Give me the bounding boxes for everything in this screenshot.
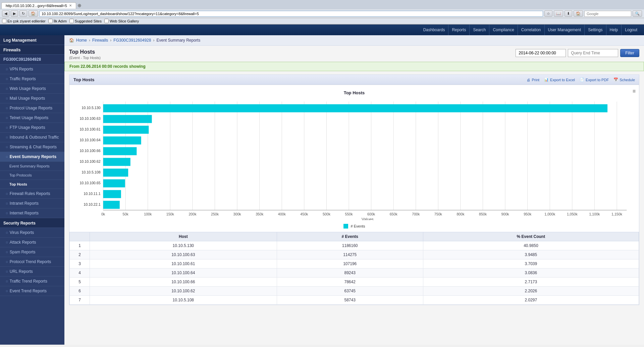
nav-compliance[interactable]: Compliance [489,24,518,35]
cell-events: 89243 [277,268,423,277]
export-pdf-button[interactable]: 📄 Export to PDF [580,78,609,82]
cell-num: 7 [70,295,90,304]
nav-search[interactable]: Search [470,24,489,35]
bar-chart: .bar { fill: #00ccdd; } .grid-line { str… [73,99,636,220]
sidebar-item-ftp-usage-reports[interactable]: □FTP Usage Reports [0,123,64,133]
export-excel-button[interactable]: 📊 Export to Excel [544,78,575,82]
sidebar-item-traffic-trend[interactable]: □Traffic Trend Reports [0,277,64,286]
cell-pct: 2.0297 [423,295,639,304]
breadcrumb-icon: 🏠 [69,38,74,43]
back-button[interactable]: ◀ [2,10,9,17]
sidebar-item-mail-usage-reports[interactable]: □Mail Usage Reports [0,94,64,103]
refresh-button[interactable]: ↻ [19,10,27,17]
svg-text:10.10.100.61: 10.10.100.61 [79,127,100,131]
sidebar-item-telnet-usage-reports[interactable]: □Telnet Usage Reports [0,113,64,123]
breadcrumb: 🏠 Home › Firewalls › FG300C3912604928 › … [64,35,644,46]
nav-help[interactable]: Help [606,24,622,35]
cell-num: 6 [70,286,90,295]
sidebar-device[interactable]: FG300C3912604928 [0,55,64,64]
svg-text:200k: 200k [189,212,197,216]
table-row: 6 10.10.100.62 63745 2.2026 [70,286,639,295]
browser-tab[interactable]: http://10.10.100.2...gory=8&firewall=5 ✕ [1,2,76,9]
schedule-button[interactable]: 📅 Schedule [613,78,635,82]
cell-events: 1186160 [277,241,423,250]
forward-button[interactable]: ▶ [11,10,18,17]
sidebar-item-streaming-chat[interactable]: □Streaming & Chat Reports [0,142,64,152]
bookmark-ilk-adim[interactable]: İlk Adım [48,19,67,23]
nav-dashboards[interactable]: Dashboards [420,24,449,35]
sidebar-item-top-hosts[interactable]: Top Hosts [0,180,64,189]
home-nav-button[interactable]: 🏠 [574,10,583,17]
sidebar-item-intranet-reports[interactable]: □Intranet Reports [0,199,64,208]
nav-correlation[interactable]: Correlation [518,24,545,35]
date-input[interactable] [516,49,566,57]
svg-text:700k: 700k [412,212,420,216]
cell-host: 10.10.5.130 [90,241,277,250]
svg-rect-43 [103,201,120,209]
sidebar-item-vpn-reports[interactable]: □VPN Reports [0,64,64,74]
svg-text:10.10.11.1: 10.10.11.1 [84,192,100,196]
table-row: 5 10.10.100.66 78642 2.7173 [70,277,639,286]
filter-button[interactable]: Filter [620,49,639,57]
bookmark-web-slice[interactable]: Web Slice Gallery [104,19,139,23]
sidebar-item-firewall-rules[interactable]: □Firewall Rules Reports [0,189,64,199]
nav-user-management[interactable]: User Management [545,24,585,35]
breadcrumb-device[interactable]: FG300C3912604928 [113,38,151,43]
bookmark-en-cok[interactable]: En çok ziyaret edilenler [2,19,46,23]
cell-events: 58743 [277,295,423,304]
sidebar-item-top-protocols[interactable]: Top Protocols [0,171,64,180]
cell-num: 1 [70,241,90,250]
tab-close-icon[interactable]: ✕ [69,4,72,7]
bookmark-button[interactable]: 📖 [554,10,563,17]
print-button[interactable]: 🖨 Print [527,78,539,82]
query-end-input[interactable] [568,49,618,57]
search-go-button[interactable]: 🔍 [633,10,642,17]
address-bar-input[interactable] [39,11,543,17]
sidebar-log-management[interactable]: Log Management [0,35,64,45]
svg-text:10.10.100.63: 10.10.100.63 [79,116,100,120]
sidebar-firewalls[interactable]: Firewalls [0,45,64,55]
sidebar-item-event-trend[interactable]: □Event Trend Reports [0,286,64,296]
chart-container: .bar { fill: #00ccdd; } .grid-line { str… [73,99,636,221]
app-wrapper: Dashboards Reports Search Compliance Cor… [0,24,644,345]
svg-rect-38 [103,147,137,155]
sidebar-item-protocol-trend[interactable]: □Protocol Trend Reports [0,257,64,267]
cell-host: 10.10.100.63 [90,250,277,259]
table-row: 3 10.10.100.61 107196 3.7039 [70,259,639,268]
chart-menu-icon[interactable]: ≡ [633,88,636,94]
sidebar-item-spam-reports[interactable]: □Spam Reports [0,247,64,257]
svg-text:10.10.100.65: 10.10.100.65 [79,181,100,185]
sidebar-item-attack-reports[interactable]: □Attack Reports [0,238,64,247]
breadcrumb-firewalls[interactable]: Firewalls [92,38,108,43]
sidebar-item-event-summary[interactable]: □Event Summary Reports [0,152,64,162]
sidebar-item-event-summary-sub[interactable]: Event Summary Reports [0,162,64,171]
sidebar-security-reports[interactable]: Security Reports [0,218,64,228]
svg-text:500k: 500k [323,212,331,216]
sidebar-item-internet-reports[interactable]: □Internet Reports [0,208,64,218]
sidebar-item-protocol-usage-reports[interactable]: □Protocol Usage Reports [0,103,64,113]
nav-settings[interactable]: Settings [585,24,606,35]
bookmark-suggested[interactable]: Suggested Sites [69,19,102,23]
nav-logout[interactable]: Logout [622,24,641,35]
sidebar-item-web-usage-reports[interactable]: □Web Usage Reports [0,84,64,94]
svg-text:10.10.5.130: 10.10.5.130 [82,106,100,110]
svg-rect-40 [103,168,128,177]
sidebar-item-inbound-outbound[interactable]: □Inbound & Outbound Traffic [0,133,64,142]
home-button[interactable]: 🏠 [29,10,38,17]
sidebar-item-traffic-reports[interactable]: □Traffic Reports [0,74,64,84]
svg-text:0k: 0k [101,212,105,216]
star-button[interactable]: ☆ [544,10,552,17]
nav-reports[interactable]: Reports [448,24,470,35]
sidebar-item-url-reports[interactable]: □URL Reports [0,267,64,277]
cell-host: 10.10.5.108 [90,295,277,304]
status-message: From 22.06.2014 00:00 records showing [69,64,146,69]
cell-pct: 2.7173 [423,277,639,286]
svg-rect-39 [103,158,130,166]
new-tab-icon[interactable]: ⊕ [77,3,82,8]
search-input[interactable] [584,11,631,17]
breadcrumb-home[interactable]: Home [76,38,87,43]
download-button[interactable]: ⬇ [565,10,572,17]
report-actions: 🖨 Print 📊 Export to Excel 📄 Export to PD… [527,78,635,82]
svg-text:450k: 450k [300,212,308,216]
sidebar-item-virus-reports[interactable]: □Virus Reports [0,228,64,238]
